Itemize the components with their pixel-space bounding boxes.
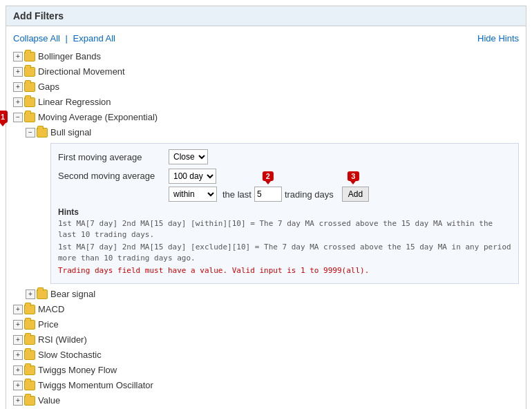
- label-price[interactable]: Price: [38, 318, 59, 331]
- expander-slow-stochastic[interactable]: +: [13, 350, 23, 360]
- second-ma-row: Second moving average 100 day 7 day 15 d…: [58, 169, 511, 202]
- within-select[interactable]: within exclude: [169, 187, 217, 202]
- trading-days-input[interactable]: [254, 187, 282, 202]
- the-last-label: the last: [222, 189, 251, 200]
- hide-hints-link[interactable]: Hide Hints: [477, 33, 519, 44]
- hints-title: Hints: [58, 207, 511, 217]
- top-links-bar: Collapse All | Expand All Hide Hints: [13, 33, 519, 44]
- folder-icon-slow-stochastic: [24, 350, 35, 360]
- tree-item-bollinger-bands: + Bollinger Bands: [13, 49, 519, 64]
- folder-icon-bear-signal: [37, 289, 48, 299]
- expander-bollinger-bands[interactable]: +: [13, 52, 23, 61]
- tree-item-gaps: + Gaps: [13, 79, 519, 95]
- trading-days-input-container: 2: [254, 187, 282, 202]
- folder-icon-twiggs-money-flow: [24, 365, 35, 375]
- panel-title-text: Add Filters: [13, 10, 64, 21]
- expander-gaps[interactable]: +: [13, 82, 23, 92]
- label-rsi[interactable]: RSI (Wilder): [38, 334, 87, 346]
- tree-item-price: + Price: [13, 317, 519, 332]
- label-twiggs-money-flow[interactable]: Twiggs Money Flow: [38, 364, 117, 377]
- second-ma-controls: 100 day 7 day 15 day 20 day 50 day 200 d…: [169, 169, 369, 202]
- hide-hints-link-container: Hide Hints: [477, 33, 519, 44]
- tree-item-rsi: + RSI (Wilder): [13, 332, 519, 348]
- add-button-container: 3 Add: [338, 187, 369, 202]
- folder-icon-twiggs-momentum: [24, 381, 35, 390]
- panel-body: Collapse All | Expand All Hide Hints + B…: [6, 26, 526, 409]
- expander-macd[interactable]: +: [13, 305, 23, 314]
- tree-item-moving-average-exp: 1 − Moving Average (Exponential): [13, 110, 519, 125]
- expander-directional-movement[interactable]: +: [13, 67, 23, 77]
- folder-icon-gaps: [24, 82, 35, 92]
- expander-twiggs-money-flow[interactable]: +: [13, 365, 23, 375]
- add-button[interactable]: Add: [342, 187, 369, 202]
- expander-bear-signal[interactable]: +: [26, 289, 35, 299]
- expander-moving-average-exp[interactable]: −: [13, 113, 23, 122]
- label-value[interactable]: Value: [38, 394, 60, 407]
- label-twiggs-momentum[interactable]: Twiggs Momentum Oscillator: [38, 379, 153, 392]
- hint-line-1: 1st MA[7 day] 2nd MA[15 day] [within][10…: [58, 218, 511, 240]
- first-ma-row: First moving average Close Open High Low: [58, 149, 511, 164]
- expander-bull-signal[interactable]: −: [26, 128, 35, 137]
- bull-signal-form: First moving average Close Open High Low…: [50, 143, 519, 284]
- tree-item-bear-signal: + Bear signal: [26, 287, 519, 302]
- hint-line-2: 1st MA[7 day] 2nd MA[15 day] [exclude][1…: [58, 242, 511, 264]
- folder-icon-bull-signal: [37, 128, 48, 137]
- hints-section: Hints 1st MA[7 day] 2nd MA[15 day] [with…: [58, 207, 511, 276]
- folder-icon-value: [24, 396, 35, 406]
- label-bull-signal[interactable]: Bull signal: [50, 126, 91, 139]
- expander-price[interactable]: +: [13, 320, 23, 330]
- second-ma-label: Second moving average: [58, 169, 169, 181]
- folder-icon-macd: [24, 305, 35, 314]
- expander-linear-regression[interactable]: +: [13, 97, 23, 107]
- within-container: within exclude: [169, 187, 217, 202]
- label-bollinger-bands[interactable]: Bollinger Bands: [38, 50, 101, 63]
- tree-item-twiggs-money-flow: + Twiggs Money Flow: [13, 363, 519, 378]
- tree-item-value: + Value: [13, 393, 519, 408]
- folder-icon-directional-movement: [24, 67, 35, 77]
- expand-all-link[interactable]: Expand All: [73, 33, 115, 44]
- first-ma-label: First moving average: [58, 152, 169, 162]
- expander-value[interactable]: +: [13, 396, 23, 406]
- badge-1: 1: [0, 111, 8, 123]
- label-linear-regression[interactable]: Linear Regression: [38, 96, 111, 108]
- panel-title: Add Filters: [6, 6, 526, 26]
- tree-item-macd: + MACD: [13, 302, 519, 317]
- label-gaps[interactable]: Gaps: [38, 81, 59, 93]
- collapse-all-link[interactable]: Collapse All: [13, 33, 60, 44]
- label-moving-average-exp[interactable]: Moving Average (Exponential): [38, 111, 158, 124]
- hint-line-3: Trading days field must have a value. Va…: [58, 265, 511, 276]
- label-directional-movement[interactable]: Directional Movement: [38, 66, 125, 78]
- first-ma-select[interactable]: Close Open High Low: [169, 149, 208, 164]
- expander-twiggs-momentum[interactable]: +: [13, 381, 23, 390]
- folder-icon-price: [24, 320, 35, 330]
- tree-item-twiggs-momentum: + Twiggs Momentum Oscillator: [13, 378, 519, 393]
- collapse-expand-links: Collapse All | Expand All: [13, 33, 115, 44]
- second-ma-select[interactable]: 100 day 7 day 15 day 20 day 50 day 200 d…: [169, 169, 216, 184]
- folder-icon-rsi: [24, 335, 35, 345]
- tree-item-slow-stochastic: + Slow Stochastic: [13, 348, 519, 363]
- trading-days-label: trading days: [285, 189, 334, 200]
- separator: |: [66, 33, 68, 44]
- folder-icon-linear-regression: [24, 97, 35, 107]
- add-filters-panel: Add Filters Collapse All | Expand All Hi…: [6, 6, 526, 409]
- folder-icon-bollinger-bands: [24, 52, 35, 61]
- label-macd[interactable]: MACD: [38, 303, 64, 316]
- label-slow-stochastic[interactable]: Slow Stochastic: [38, 349, 102, 361]
- badge-3-marker: 3: [348, 171, 359, 181]
- tree-item-linear-regression: + Linear Regression: [13, 95, 519, 110]
- folder-icon-moving-average-exp: [24, 113, 35, 122]
- expander-rsi[interactable]: +: [13, 335, 23, 345]
- tree-item-bull-signal: − Bull signal: [26, 125, 519, 140]
- tree-item-directional-movement: + Directional Movement: [13, 64, 519, 79]
- badge-2-marker: 2: [263, 171, 274, 181]
- label-bear-signal[interactable]: Bear signal: [50, 288, 95, 301]
